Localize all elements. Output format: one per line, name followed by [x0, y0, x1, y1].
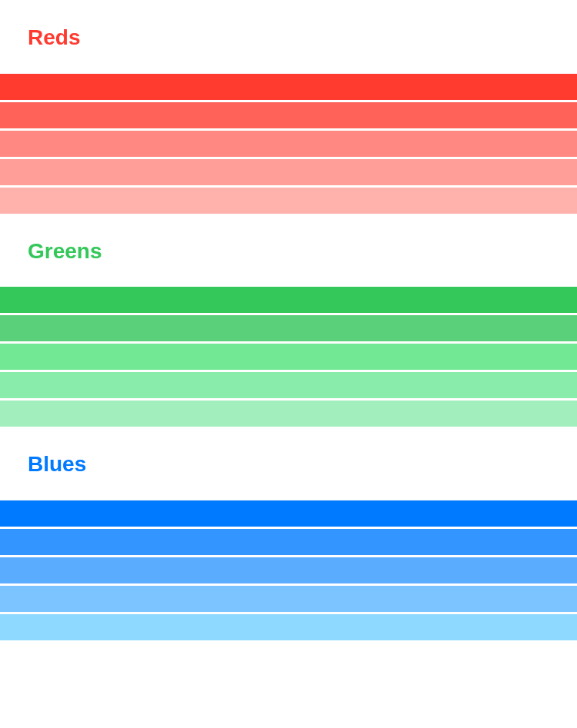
- swatch-list-greens: [0, 287, 577, 427]
- color-swatch[interactable]: [0, 529, 577, 555]
- color-swatch[interactable]: [0, 557, 577, 583]
- color-swatch[interactable]: [0, 372, 577, 398]
- section-greens: Greens: [0, 214, 577, 427]
- color-swatch[interactable]: [0, 131, 577, 157]
- color-swatch[interactable]: [0, 344, 577, 370]
- swatch-list-blues: [0, 500, 577, 640]
- color-swatch[interactable]: [0, 401, 577, 427]
- color-swatch[interactable]: [0, 74, 577, 100]
- section-header-greens: Greens: [0, 214, 577, 288]
- section-header-reds: Reds: [0, 0, 577, 74]
- color-swatch[interactable]: [0, 586, 577, 612]
- color-swatch[interactable]: [0, 287, 577, 313]
- color-swatch[interactable]: [0, 102, 577, 128]
- section-reds: Reds: [0, 0, 577, 214]
- color-swatch[interactable]: [0, 159, 577, 185]
- color-swatch[interactable]: [0, 315, 577, 341]
- swatch-list-reds: [0, 74, 577, 214]
- color-swatch[interactable]: [0, 614, 577, 640]
- color-swatch[interactable]: [0, 188, 577, 214]
- color-swatch[interactable]: [0, 500, 577, 527]
- section-blues: Blues: [0, 427, 577, 640]
- section-header-blues: Blues: [0, 427, 577, 500]
